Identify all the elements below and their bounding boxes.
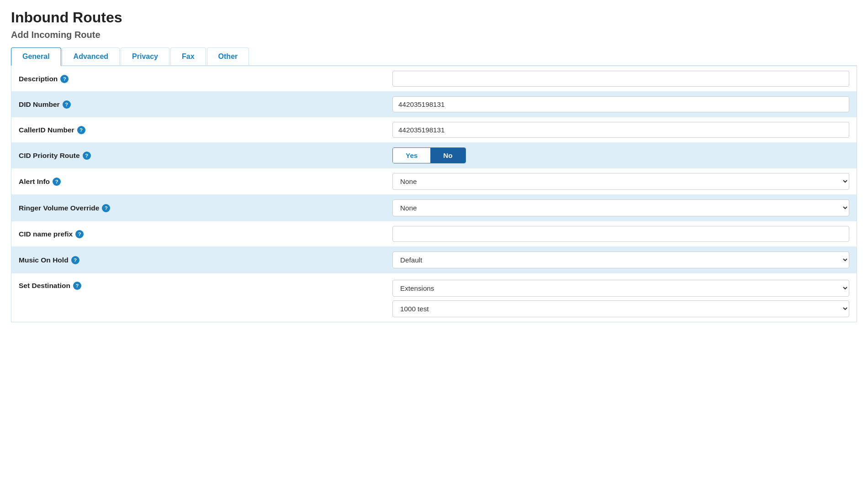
label-alert-info: Alert Info bbox=[19, 178, 50, 186]
tab-privacy[interactable]: Privacy bbox=[121, 47, 169, 65]
label-cid-priority-route: CID Priority Route bbox=[19, 152, 80, 160]
tab-advanced[interactable]: Advanced bbox=[62, 47, 120, 65]
row-description: Description ? bbox=[11, 66, 857, 92]
row-cid-name-prefix: CID name prefix ? bbox=[11, 221, 857, 247]
row-did-number: DID Number ? bbox=[11, 92, 857, 117]
help-icon-alert-info[interactable]: ? bbox=[53, 178, 61, 186]
select-music-on-hold[interactable]: Default bbox=[392, 252, 849, 268]
help-icon-callerid-number[interactable]: ? bbox=[77, 126, 85, 134]
label-ringer-volume-override: Ringer Volume Override bbox=[19, 204, 99, 212]
page-subtitle: Add Incoming Route bbox=[11, 30, 857, 40]
row-alert-info: Alert Info ? None bbox=[11, 168, 857, 195]
input-description[interactable] bbox=[392, 71, 849, 87]
toggle-no[interactable]: No bbox=[430, 148, 465, 163]
page-title: Inbound Routes bbox=[11, 9, 857, 26]
tab-other[interactable]: Other bbox=[207, 47, 249, 65]
tab-general[interactable]: General bbox=[11, 47, 61, 66]
label-music-on-hold: Music On Hold bbox=[19, 256, 69, 264]
toggle-yes[interactable]: Yes bbox=[393, 148, 430, 163]
input-cid-name-prefix[interactable] bbox=[392, 226, 849, 242]
select-alert-info[interactable]: None bbox=[392, 173, 849, 190]
input-did-number[interactable] bbox=[392, 96, 849, 112]
label-set-destination: Set Destination bbox=[19, 282, 70, 290]
input-callerid-number[interactable] bbox=[392, 122, 849, 138]
select-destination-type[interactable]: Extensions bbox=[392, 280, 849, 297]
select-ringer-volume-override[interactable]: None bbox=[392, 199, 849, 216]
row-callerid-number: CallerID Number ? bbox=[11, 117, 857, 143]
help-icon-music-on-hold[interactable]: ? bbox=[71, 256, 79, 264]
tab-fax[interactable]: Fax bbox=[170, 47, 206, 65]
tab-bar: General Advanced Privacy Fax Other bbox=[11, 47, 857, 66]
help-icon-cid-name-prefix[interactable]: ? bbox=[75, 230, 84, 238]
row-cid-priority-route: CID Priority Route ? Yes No bbox=[11, 143, 857, 168]
toggle-cid-priority-route: Yes No bbox=[392, 147, 466, 163]
help-icon-ringer-volume-override[interactable]: ? bbox=[102, 204, 110, 212]
row-ringer-volume-override: Ringer Volume Override ? None bbox=[11, 195, 857, 221]
help-icon-set-destination[interactable]: ? bbox=[73, 282, 81, 290]
row-music-on-hold: Music On Hold ? Default bbox=[11, 247, 857, 273]
help-icon-cid-priority-route[interactable]: ? bbox=[83, 152, 91, 160]
label-cid-name-prefix: CID name prefix bbox=[19, 230, 73, 238]
label-did-number: DID Number bbox=[19, 100, 60, 109]
row-set-destination: Set Destination ? Extensions 1000 test bbox=[11, 273, 857, 322]
help-icon-description[interactable]: ? bbox=[60, 75, 69, 83]
label-callerid-number: CallerID Number bbox=[19, 126, 74, 134]
label-description: Description bbox=[19, 75, 58, 83]
help-icon-did-number[interactable]: ? bbox=[63, 100, 71, 109]
select-destination-value[interactable]: 1000 test bbox=[392, 300, 849, 317]
form-container: Description ? DID Number ? CallerID Numb… bbox=[11, 66, 857, 322]
